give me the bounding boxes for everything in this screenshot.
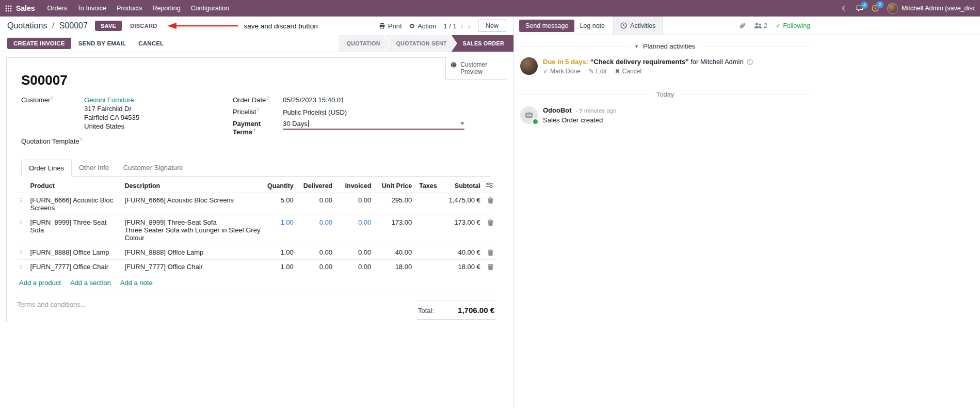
description-column-header: Description <box>122 179 264 193</box>
cell-delivered[interactable]: 0.00 <box>296 245 334 259</box>
cell-unit-price[interactable]: 18.00 <box>373 259 414 274</box>
cell-invoiced[interactable]: 0.00 <box>334 245 373 259</box>
cell-quantity[interactable]: 1.00 <box>264 259 296 274</box>
cell-description[interactable]: [FURN_8888] Office Lamp <box>122 245 264 259</box>
cell-taxes[interactable] <box>414 215 434 245</box>
apps-grid-icon[interactable] <box>5 5 12 12</box>
pager-value[interactable]: 1 / 1 <box>443 22 456 30</box>
tab-customer-signature[interactable]: Customer Signature <box>116 160 190 176</box>
delete-row-icon[interactable] <box>485 196 493 203</box>
menu-configuration[interactable]: Configuration <box>186 0 234 17</box>
drag-handle-icon[interactable]: ⠿ <box>19 198 23 203</box>
cell-description[interactable]: [FURN_7777] Office Chair <box>122 259 264 274</box>
gear-icon: ⚙ <box>409 22 415 30</box>
status-step-sales-order[interactable]: SALES ORDER <box>452 35 513 52</box>
print-button[interactable]: Print <box>379 22 402 30</box>
cell-quantity[interactable]: 1.00 <box>264 245 296 259</box>
menu-reporting[interactable]: Reporting <box>147 0 185 17</box>
cell-invoiced[interactable]: 0.00 <box>334 259 373 274</box>
new-button[interactable]: New <box>478 20 506 32</box>
delete-row-icon[interactable] <box>485 218 493 226</box>
pager-next-icon[interactable]: › <box>468 22 471 30</box>
status-step-quotation-sent[interactable]: QUOTATION SENT <box>385 35 456 52</box>
create-invoice-button[interactable]: CREATE INVOICE <box>7 38 71 49</box>
tab-order-lines[interactable]: Order Lines <box>21 160 72 177</box>
activity-item: Due in 5 days: “Check delivery requireme… <box>519 52 811 77</box>
followers-button[interactable]: 2 <box>754 22 767 29</box>
drag-handle-icon[interactable]: ⠿ <box>19 220 23 226</box>
check-icon: ✓ <box>543 68 548 75</box>
cell-subtotal: 173.00 € <box>435 215 483 245</box>
delete-row-icon[interactable] <box>485 263 493 270</box>
pager-previous-icon[interactable]: ‹ <box>461 22 464 30</box>
activities-tab[interactable]: Activities <box>613 17 663 35</box>
attachments-button[interactable] <box>739 22 746 29</box>
following-button[interactable]: ✓ Following <box>776 22 810 29</box>
cell-taxes[interactable] <box>414 245 434 259</box>
terms-placeholder[interactable]: Terms and conditions... <box>17 301 86 308</box>
send-by-email-button[interactable]: SEND BY EMAIL <box>73 38 131 49</box>
drag-handle-icon[interactable]: ⠿ <box>19 264 23 270</box>
customer-link[interactable]: Gemini Furniture <box>84 96 134 104</box>
action-button[interactable]: ⚙ Action <box>409 22 437 30</box>
message-body: Sales Order created <box>543 116 616 124</box>
cell-description[interactable]: [FURN_6666] Acoustic Bloc Screens <box>122 193 264 215</box>
discard-button[interactable]: DISCARD <box>125 21 162 31</box>
status-step-quotation[interactable]: QUOTATION <box>339 35 390 52</box>
customer-preview-label: Customer Preview <box>460 61 502 75</box>
user-name: Mitchell Admin (save_discar <box>902 5 975 12</box>
payment-terms-input[interactable]: 30 Days <box>283 120 464 130</box>
add-note-link[interactable]: Add a note <box>120 279 153 287</box>
optional-columns-icon[interactable] <box>486 182 493 188</box>
cell-invoiced[interactable]: 0.00 <box>334 193 373 215</box>
menu-to-invoice[interactable]: To Invoice <box>72 0 111 17</box>
planned-activities-header[interactable]: ▾ Planned activities <box>519 42 811 50</box>
cell-delivered[interactable]: 0.00 <box>296 193 334 215</box>
cancel-button[interactable]: CANCEL <box>133 38 169 49</box>
add-product-link[interactable]: Add a product <box>19 279 61 287</box>
cancel-activity-button[interactable]: ✖Cancel <box>615 68 641 75</box>
messages-icon[interactable]: 4 <box>856 5 863 12</box>
cell-description[interactable]: [FURN_8999] Three-Seat SofaThree Seater … <box>122 215 264 245</box>
app-name[interactable]: Sales <box>16 4 35 12</box>
cell-taxes[interactable] <box>414 193 434 215</box>
dropdown-caret-icon[interactable] <box>460 122 464 125</box>
cell-quantity[interactable]: 5.00 <box>264 193 296 215</box>
cell-product[interactable]: [FURN_7777] Office Chair <box>28 259 123 274</box>
pricelist-value[interactable]: Public Pricelist (USD) <box>283 108 347 116</box>
cell-unit-price[interactable]: 173.00 <box>373 215 414 245</box>
info-icon[interactable] <box>747 59 753 65</box>
chatter-panel: Send message Log note Activities 2 <box>513 17 980 408</box>
dark-mode-moon-icon[interactable]: ☾ <box>842 5 848 12</box>
cell-product[interactable]: [FURN_8999] Three-Seat Sofa <box>28 215 123 245</box>
payment-terms-label: Payment Terms? <box>233 120 283 136</box>
edit-activity-button[interactable]: ✎Edit <box>589 68 607 75</box>
customer-address-line1: 317 Fairchild Dr <box>84 104 139 113</box>
mark-done-button[interactable]: ✓Mark Done <box>543 68 581 75</box>
activities-clock-icon[interactable]: 2 <box>872 5 879 12</box>
add-section-link[interactable]: Add a section <box>70 279 111 287</box>
menu-orders[interactable]: Orders <box>42 0 72 17</box>
cell-taxes[interactable] <box>414 259 434 274</box>
cell-quantity[interactable]: 1.00 <box>264 215 296 245</box>
drag-handle-icon[interactable]: ⠿ <box>19 250 23 256</box>
log-note-button[interactable]: Log note <box>574 20 610 32</box>
field-hint: ? <box>266 96 269 101</box>
cell-unit-price[interactable]: 295.00 <box>373 193 414 215</box>
customer-preview-button[interactable]: Customer Preview <box>445 57 506 80</box>
cell-product[interactable]: [FURN_8888] Office Lamp <box>28 245 123 259</box>
breadcrumb-quotations[interactable]: Quotations <box>7 21 47 30</box>
menu-products[interactable]: Products <box>111 0 147 17</box>
cell-invoiced[interactable]: 0.00 <box>334 215 373 245</box>
save-button[interactable]: SAVE <box>95 21 122 31</box>
send-message-button[interactable]: Send message <box>519 20 574 32</box>
user-menu[interactable]: Mitchell Admin (save_discar <box>887 3 975 14</box>
order-date-value[interactable]: 05/25/2023 15:40:01 <box>283 96 344 104</box>
cell-delivered[interactable]: 0.00 <box>296 215 334 245</box>
cell-delivered[interactable]: 0.00 <box>296 259 334 274</box>
tab-other-info[interactable]: Other Info <box>72 160 116 176</box>
payment-terms-row: Payment Terms? 30 Days <box>233 120 491 136</box>
delete-row-icon[interactable] <box>485 248 493 256</box>
cell-unit-price[interactable]: 40.00 <box>373 245 414 259</box>
cell-product[interactable]: [FURN_6666] Acoustic Bloc Screens <box>28 193 123 215</box>
